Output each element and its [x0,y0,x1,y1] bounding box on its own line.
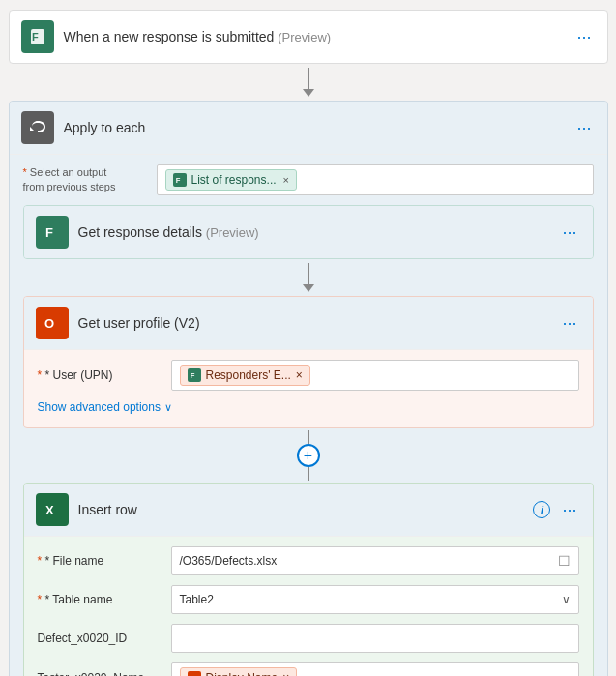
defect-id-row: Defect_x0020_ID [38,624,579,653]
svg-text:F: F [190,371,194,380]
user-profile-body: * * User (UPN) F Responders' E... × [24,349,593,427]
responders-chip-close[interactable]: × [296,368,303,382]
apply-card-header[interactable]: Apply to each ··· [10,102,607,154]
get-response-card: F Get response details (Preview) ··· [23,205,594,259]
trigger-preview-badge: (Preview) [278,30,331,44]
trigger-title-text: When a new response is submitted [64,29,275,44]
user-profile-more-button[interactable]: ··· [558,313,580,334]
svg-text:F: F [45,225,53,240]
select-output-row: * Select an outputfrom previous steps F … [23,164,594,195]
table-name-dropdown[interactable]: Table2 ∨ [171,585,579,614]
trigger-more-button[interactable]: ··· [572,27,595,47]
plus-connector-inner: + [23,430,594,481]
apply-to-each-card: Apply to each ··· * Select an outputfrom… [9,101,608,676]
list-response-chip[interactable]: F List of respons... × [165,169,297,191]
table-name-row: * * Table name Table2 ∨ [38,585,579,614]
insert-row-title: Insert row [78,502,524,517]
user-profile-title: Get user profile (V2) [78,315,549,331]
select-output-label: * Select an outputfrom previous steps [23,165,149,195]
arrow-connector-1 [303,68,314,97]
responders-chip-text: Responders' E... [206,368,291,382]
trigger-card: F When a new response is submitted (Prev… [9,10,608,64]
svg-text:F: F [32,31,39,43]
file-name-value: /O365/Defects.xlsx [180,554,278,568]
chevron-down-icon: ∨ [164,401,172,414]
svg-text:O: O [44,316,54,331]
user-profile-card: O Get user profile (V2) ··· * * User (UP… [23,296,594,428]
show-advanced-text: Show advanced options [38,400,161,414]
display-name-chip[interactable]: O Display Name × [180,667,298,676]
user-profile-header[interactable]: O Get user profile (V2) ··· [24,297,593,349]
get-response-title-text: Get response details [78,224,202,240]
loop-icon [21,111,54,144]
file-name-row: * * File name /O365/Defects.xlsx ☐ [38,546,579,575]
table-name-label: * * Table name [38,593,163,606]
user-upn-row: * * User (UPN) F Responders' E... × [38,360,579,391]
user-upn-label-text: * User (UPN) [45,368,113,382]
inner-arrow-line [308,263,309,284]
insert-row-header[interactable]: X Insert row i ··· [24,484,593,536]
chip-forms-icon: F [173,173,187,187]
chip-close[interactable]: × [283,174,289,186]
apply-card-body: * Select an outputfrom previous steps F … [10,154,607,676]
arrow-head [303,89,314,97]
get-response-icon: F [36,216,69,249]
display-name-text: Display Name [206,671,279,676]
apply-more-button[interactable]: ··· [572,118,595,138]
dropdown-chevron-icon: ∨ [562,593,571,606]
svg-text:F: F [175,176,180,185]
table-name-value: Table2 [180,593,214,606]
office-icon: O [36,307,69,339]
user-upn-label: * * User (UPN) [38,368,163,382]
inner-arrow-head [303,284,314,292]
select-output-field[interactable]: F List of respons... × [157,164,594,195]
insert-row-card: X Insert row i ··· * * File name [23,483,594,676]
forms-icon: F [21,20,54,53]
trigger-card-header[interactable]: F When a new response is submitted (Prev… [10,11,607,63]
trigger-title: When a new response is submitted (Previe… [64,29,564,44]
svg-text:X: X [45,503,54,517]
arrow-line [308,68,309,89]
get-response-preview-badge: (Preview) [206,225,259,240]
tester-name-row: Tester_x0020_Name O Display Name × [38,662,579,676]
user-upn-field[interactable]: F Responders' E... × [171,360,579,391]
apply-to-each-title: Apply to each [64,120,564,135]
file-name-label-text: * File name [45,554,104,568]
defect-id-field[interactable] [171,624,579,653]
office-chip-icon: O [188,671,201,676]
plus-button[interactable]: + [297,444,320,467]
inner-arrow-1 [23,263,594,292]
defect-id-label: Defect_x0020_ID [38,632,163,645]
file-name-field[interactable]: /O365/Defects.xlsx ☐ [171,546,579,575]
plus-line-bottom [308,467,309,481]
tester-name-field[interactable]: O Display Name × [171,662,579,676]
table-name-label-text: * Table name [45,593,113,606]
get-response-title: Get response details (Preview) [78,224,549,240]
insert-row-more-button[interactable]: ··· [558,500,580,520]
insert-row-body: * * File name /O365/Defects.xlsx ☐ * * T… [24,536,593,676]
chip-forms-icon-2: F [188,368,201,382]
get-response-header[interactable]: F Get response details (Preview) ··· [24,206,593,258]
folder-icon[interactable]: ☐ [558,553,571,569]
responders-chip[interactable]: F Responders' E... × [180,365,310,386]
plus-line-top [308,430,309,444]
file-name-label: * * File name [38,554,163,568]
display-name-close[interactable]: × [282,671,289,676]
show-advanced-button[interactable]: Show advanced options ∨ [38,400,579,414]
chip-text: List of respons... [191,173,277,187]
get-response-more-button[interactable]: ··· [558,222,580,243]
info-icon[interactable]: i [533,501,550,518]
excel-icon: X [36,493,69,526]
tester-name-label: Tester_x0020_Name [38,671,163,676]
